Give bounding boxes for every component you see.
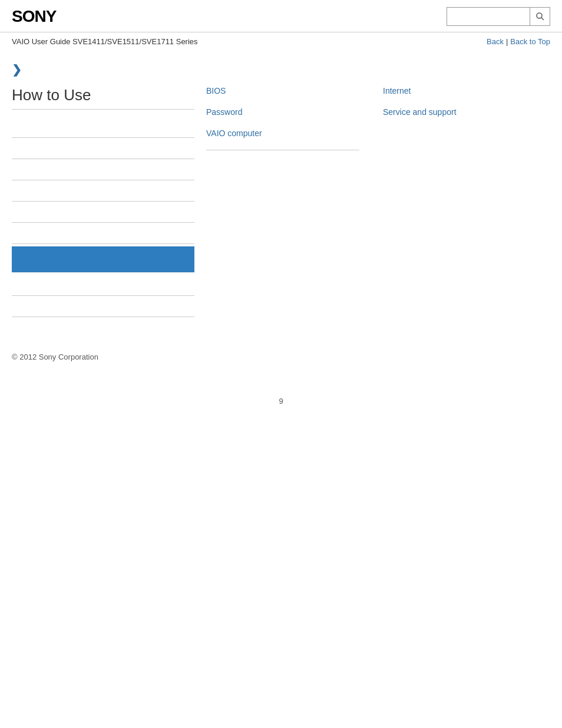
sidebar-item [12, 180, 194, 202]
copyright-text: © 2012 Sony Corporation [12, 353, 98, 361]
search-button[interactable] [530, 8, 550, 25]
page-number-text: 9 [279, 397, 283, 406]
chevron-icon: ❯ [12, 63, 22, 76]
search-icon [535, 12, 545, 21]
bios-link[interactable]: BIOS [206, 86, 359, 95]
center-column: BIOS Password VAIO computer [194, 86, 371, 317]
nav-links: Back | Back to Top [487, 37, 550, 46]
sub-header: VAIO User Guide SVE1411/SVE1511/SVE1711 … [0, 32, 562, 51]
header: SONY [0, 0, 562, 32]
back-to-top-link[interactable]: Back to Top [510, 37, 550, 46]
sidebar-item [12, 117, 194, 138]
guide-title: VAIO User Guide SVE1411/SVE1511/SVE1711 … [12, 37, 198, 46]
sidebar-item [12, 275, 194, 296]
sidebar-items-group [12, 117, 194, 317]
password-link[interactable]: Password [206, 107, 359, 117]
sidebar-item [12, 296, 194, 317]
center-divider [206, 150, 359, 150]
right-column: Internet Service and support [371, 86, 548, 317]
main-content: ❯ How to Use BIOS Password VAIO co [0, 51, 562, 329]
sidebar: How to Use [12, 86, 194, 317]
content-layout: How to Use BIOS Password VAIO computer [12, 86, 550, 317]
footer: © 2012 Sony Corporation [0, 341, 562, 373]
search-box [447, 7, 550, 26]
sony-logo: SONY [12, 7, 56, 26]
page-number: 9 [0, 397, 562, 417]
sidebar-item [12, 138, 194, 159]
internet-link[interactable]: Internet [383, 86, 536, 95]
service-support-link[interactable]: Service and support [383, 107, 536, 117]
sidebar-title: How to Use [12, 86, 194, 110]
back-link[interactable]: Back [487, 37, 504, 46]
sidebar-item [12, 159, 194, 180]
sidebar-item [12, 202, 194, 223]
sidebar-highlight [12, 246, 194, 272]
nav-separator: | [506, 37, 508, 46]
search-input[interactable] [447, 8, 530, 25]
vaio-computer-link[interactable]: VAIO computer [206, 129, 359, 138]
chevron-container: ❯ [12, 62, 550, 77]
svg-line-1 [541, 18, 544, 20]
svg-point-0 [537, 13, 542, 18]
sidebar-item [12, 223, 194, 244]
